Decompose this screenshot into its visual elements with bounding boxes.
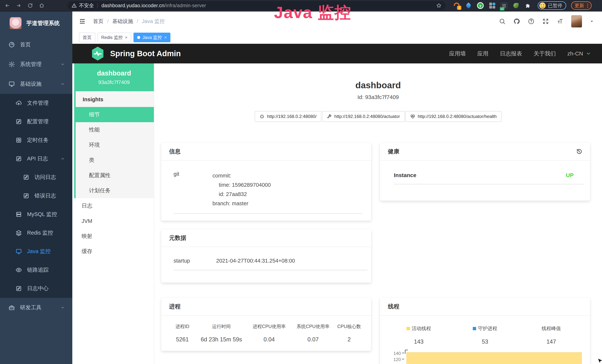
insights-group: Insights 细节性能环境类配置属性计划任务 — [74, 91, 154, 198]
breadcrumb-separator: / — [137, 18, 138, 24]
sba-menu-配置属性[interactable]: 配置属性 — [76, 168, 154, 183]
url-text[interactable]: dashboard.yudao.iocoder.cn/infra/admin-s… — [101, 3, 206, 9]
sba-nav-journal[interactable]: 日志报表 — [500, 50, 522, 57]
extensions-row: 1 y on — [453, 2, 531, 9]
sidebar-item-job[interactable]: 定时任务 — [0, 131, 72, 150]
search-icon[interactable] — [499, 18, 505, 25]
reload-icon[interactable] — [26, 1, 34, 10]
instance-link-wrench[interactable]: http://192.168.0.2:48080/actuator — [322, 111, 405, 122]
breadcrumb-item[interactable]: 首页 — [93, 18, 103, 25]
font-size-icon[interactable] — [557, 18, 563, 25]
health-row: Instance UP — [380, 161, 590, 178]
history-icon[interactable] — [576, 148, 582, 155]
sba-menu-映射[interactable]: 映射 — [74, 229, 154, 244]
on-badge: on — [500, 7, 505, 11]
sidebar-item-dev-tools[interactable]: 研发工具 — [0, 298, 72, 317]
extension-grid-icon[interactable] — [489, 2, 496, 9]
instance-header[interactable]: dashboard 93a3fc7f7409 — [74, 64, 154, 91]
sidebar-item-access-log[interactable]: 访问日志 — [0, 168, 72, 187]
sba-brand[interactable]: Spring Boot Admin — [110, 49, 181, 58]
extension-orange-icon[interactable]: 1 — [453, 2, 460, 9]
extension-pin-icon[interactable] — [465, 2, 472, 9]
sba-menu-计划任务[interactable]: 计划任务 — [76, 183, 154, 198]
bookmark-star-icon[interactable] — [436, 3, 442, 8]
extension-list-icon[interactable]: on — [501, 2, 508, 9]
sba-menu-JVM[interactable]: JVM — [74, 214, 154, 229]
sba-menu-细节[interactable]: 细节 — [76, 107, 154, 122]
sba-nav-about[interactable]: 关于我们 — [534, 50, 556, 57]
user-avatar[interactable] — [571, 15, 582, 27]
sidebar-item-java-monitor[interactable]: Java 监控 — [0, 242, 72, 261]
profile-paused-badge[interactable]: 已暂停 — [538, 1, 566, 10]
threads-card-title: 线程 — [388, 303, 399, 310]
sba-nav-applications[interactable]: 应用 — [477, 50, 488, 57]
sidebar-item-api-log[interactable]: API 日志 — [0, 150, 72, 168]
sidebar-item-log-center[interactable]: 日志中心 — [0, 279, 72, 298]
tab-close-icon[interactable]: × — [125, 35, 128, 40]
health-row-label: Instance — [394, 172, 416, 178]
server-icon — [16, 211, 22, 217]
security-chip[interactable]: 不安全 — [79, 2, 94, 9]
breadcrumb-item[interactable]: Java 监控 — [142, 18, 165, 25]
sidebar-item-system[interactable]: 系统管理 — [0, 54, 72, 74]
sidebar-collapse-icon[interactable] — [79, 18, 86, 25]
chevron-up-icon — [60, 157, 65, 161]
home-icon[interactable] — [37, 1, 46, 10]
sba-nav-wall[interactable]: 应用墙 — [449, 50, 466, 57]
sba-plain-items: 日志JVM映射缓存 — [74, 198, 154, 259]
sidebar-item-config[interactable]: 配置管理 — [0, 112, 72, 131]
tab-close-icon[interactable]: × — [164, 35, 167, 40]
tab-label: 首页 — [83, 34, 92, 40]
forward-icon[interactable] — [14, 1, 23, 10]
sidebar-item-label: 首页 — [20, 41, 31, 48]
sidebar-item-label: 文件管理 — [27, 99, 49, 107]
process-col-header: 进程CPU使用率 — [247, 323, 292, 330]
legend-value: 143 — [386, 338, 452, 345]
process-card: 进程 进程ID5261运行时间6d 23h 15m 59s进程CPU使用率0.0… — [161, 298, 371, 351]
sba-menu-性能[interactable]: 性能 — [76, 122, 154, 137]
sidebar-item-mysql-monitor[interactable]: MySQL 监控 — [0, 205, 72, 224]
tab-Redis 监控[interactable]: Redis 监控× — [97, 33, 131, 42]
breadcrumb-item[interactable]: 基础设施 — [112, 18, 133, 25]
row-divider — [173, 213, 363, 214]
sba-menu-日志[interactable]: 日志 — [74, 198, 154, 214]
tab-Java 监控[interactable]: Java 监控× — [133, 33, 170, 42]
legend-守护进程: 守护进程53 — [452, 325, 518, 345]
sba-menu-环境[interactable]: 环境 — [76, 137, 154, 153]
sba-menu-类[interactable]: 类 — [76, 153, 154, 168]
user-menu-caret-icon[interactable] — [590, 19, 594, 23]
extensions-puzzle-icon[interactable] — [524, 2, 531, 9]
instance-link-heartbeat[interactable]: http://192.168.0.2:48080/actuator/health — [406, 111, 502, 122]
legend-value: 53 — [452, 338, 518, 345]
tab-首页[interactable]: 首页 — [79, 33, 95, 42]
sidebar-item-error-log[interactable]: 错误日志 — [0, 187, 72, 205]
fullscreen-icon[interactable] — [542, 18, 549, 25]
row-divider — [394, 184, 584, 184]
extension-leaf-icon[interactable] — [512, 2, 519, 9]
url-bar[interactable]: 不安全 dashboard.yudao.iocoder.cn/infra/adm… — [67, 1, 446, 10]
sba-menu-缓存[interactable]: 缓存 — [74, 244, 154, 259]
tag-view-bar: 首页Redis 监控×Java 监控× — [72, 31, 602, 44]
sidebar-item-file[interactable]: 文件管理 — [0, 94, 72, 112]
sidebar-item-label: 定时任务 — [27, 137, 49, 144]
extension-y-icon[interactable]: y — [477, 2, 484, 9]
sidebar-item-trace[interactable]: 链路追踪 — [0, 261, 72, 279]
legend-label: 活动线程 — [412, 325, 431, 332]
info-value-line: commit: — [213, 171, 363, 180]
instance-links: http://192.168.0.2:48080/http://192.168.… — [154, 111, 602, 122]
instance-link-home[interactable]: http://192.168.0.2:48080/ — [255, 111, 321, 122]
eye-icon — [16, 267, 22, 273]
health-card: 健康 Instance UP — [380, 143, 590, 201]
browser-update-button[interactable]: 更新 — [571, 1, 592, 10]
sidebar-logo-row[interactable]: 芋道管理系统 — [0, 11, 72, 35]
sidebar-item-infra[interactable]: 基础设施 — [0, 74, 72, 94]
github-icon[interactable] — [513, 18, 520, 25]
help-icon[interactable] — [528, 18, 535, 25]
sba-locale-select[interactable]: zh-CN — [567, 50, 591, 57]
back-icon[interactable] — [3, 1, 11, 10]
browser-menu-icon[interactable] — [587, 3, 588, 8]
sidebar-item-redis-monitor[interactable]: Redis 监控 — [0, 224, 72, 242]
sidebar-item-label: 访问日志 — [34, 173, 56, 181]
profile-avatar-emoji — [539, 2, 546, 9]
sidebar-item-home[interactable]: 首页 — [0, 35, 72, 54]
